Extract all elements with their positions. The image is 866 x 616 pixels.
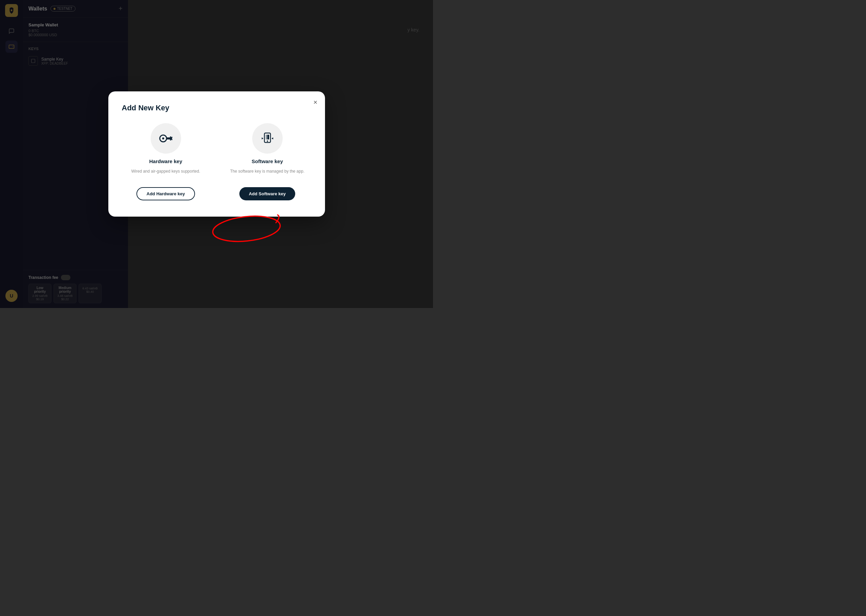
hardware-key-icon — [159, 131, 173, 146]
svg-rect-8 — [171, 139, 172, 140]
hardware-key-icon-wrap — [151, 123, 181, 154]
hardware-key-option: Hardware key Wired and air-gapped keys s… — [122, 123, 210, 200]
svg-rect-11 — [266, 135, 267, 140]
svg-point-3 — [162, 137, 164, 140]
modal-options: Hardware key Wired and air-gapped keys s… — [122, 123, 311, 200]
software-key-icon — [260, 131, 275, 146]
svg-rect-6 — [170, 139, 171, 140]
software-key-option: Software key The software key is managed… — [223, 123, 311, 200]
add-new-key-modal: Add New Key × Hardware key Wi — [108, 91, 325, 217]
annotation-circle — [210, 213, 284, 244]
software-key-name: Software key — [251, 159, 283, 164]
svg-rect-7 — [171, 137, 172, 138]
modal-close-button[interactable]: × — [313, 99, 317, 105]
modal-overlay: Add New Key × Hardware key Wi — [0, 0, 433, 308]
add-hardware-key-button[interactable]: Add Hardware key — [137, 187, 195, 200]
software-key-desc: The software key is managed by the app. — [230, 168, 304, 181]
svg-point-12 — [267, 140, 268, 142]
svg-rect-5 — [170, 137, 171, 138]
software-key-icon-wrap — [252, 123, 283, 154]
svg-point-13 — [211, 213, 281, 244]
hardware-key-name: Hardware key — [149, 159, 182, 164]
svg-rect-4 — [167, 137, 172, 140]
hardware-key-desc: Wired and air-gapped keys supported. — [131, 168, 200, 181]
modal-title: Add New Key — [122, 104, 311, 112]
add-software-key-button[interactable]: Add Software key — [239, 187, 295, 200]
